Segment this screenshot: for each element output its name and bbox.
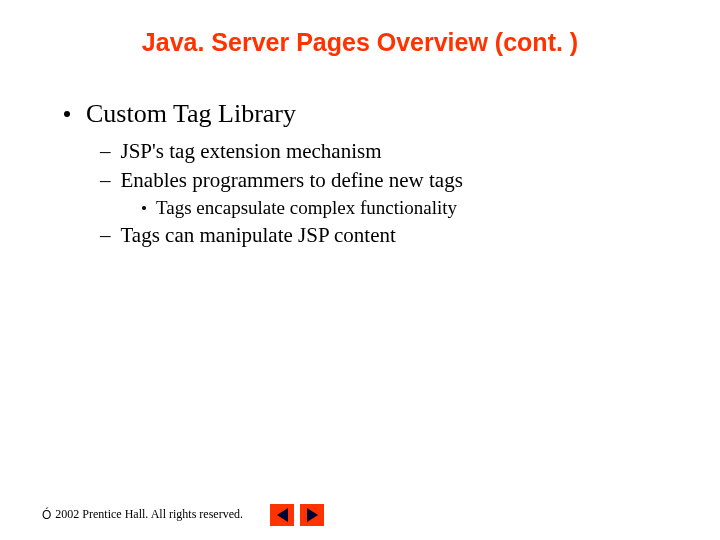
nav-buttons	[270, 504, 324, 526]
bullet-l2a-text: JSP's tag extension mechanism	[121, 139, 382, 164]
triangle-right-icon	[307, 508, 318, 522]
bullet-l3a-text: Tags encapsulate complex functionality	[156, 197, 457, 219]
bullet-level2: – Enables programmers to define new tags	[100, 168, 720, 193]
slide-content: Custom Tag Library – JSP's tag extension…	[0, 77, 720, 248]
bullet-level2: – Tags can manipulate JSP content	[100, 223, 720, 248]
next-button[interactable]	[300, 504, 324, 526]
bullet-dot-icon	[64, 111, 70, 117]
triangle-left-icon	[277, 508, 288, 522]
footer-copyright: Ó 2002 Prentice Hall. All rights reserve…	[42, 507, 243, 522]
bullet-l2c-text: Tags can manipulate JSP content	[121, 223, 396, 248]
bullet-dot-small-icon	[142, 206, 146, 210]
copyright-icon: Ó	[42, 508, 51, 522]
bullet-dash-icon: –	[100, 168, 111, 193]
slide-title: Java. Server Pages Overview (cont. )	[0, 0, 720, 77]
prev-button[interactable]	[270, 504, 294, 526]
bullet-l2b-text: Enables programmers to define new tags	[121, 168, 463, 193]
bullet-dash-icon: –	[100, 223, 111, 248]
bullet-level1: Custom Tag Library	[64, 99, 720, 129]
footer-text: 2002 Prentice Hall. All rights reserved.	[55, 507, 243, 522]
bullet-level3: Tags encapsulate complex functionality	[142, 197, 720, 219]
bullet-dash-icon: –	[100, 139, 111, 164]
bullet-level2: – JSP's tag extension mechanism	[100, 139, 720, 164]
bullet-l1-text: Custom Tag Library	[86, 99, 296, 129]
